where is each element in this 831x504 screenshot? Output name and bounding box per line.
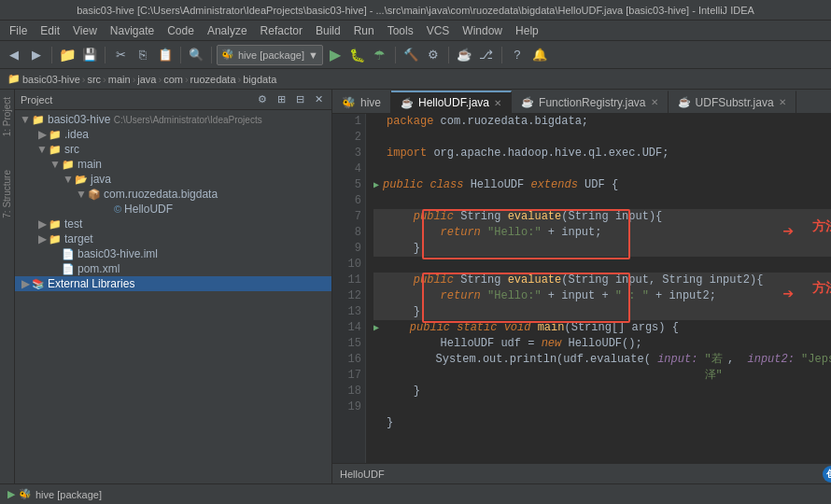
- tab-udfsubstr-label: UDFSubstr.java: [696, 96, 774, 109]
- code-editor[interactable]: 1 2 3 4 5 6 7 8 9 10 11 12 13 14 15 16 1…: [332, 114, 831, 463]
- tab-hive-label: hive: [360, 96, 381, 109]
- run-icon-14: ▶: [373, 320, 379, 336]
- side-tab-project[interactable]: 1: Project: [0, 90, 14, 144]
- tree-item-idea[interactable]: ▶ 📁 .idea: [15, 127, 331, 142]
- menu-vcs[interactable]: VCS: [421, 22, 456, 39]
- java-folder-icon: 📂: [75, 174, 88, 186]
- toolbar-save[interactable]: 💾: [79, 45, 100, 65]
- toolbar-build[interactable]: 🔨: [401, 45, 421, 65]
- sidebar-close-btn[interactable]: ✕: [311, 92, 326, 107]
- toolbar-open[interactable]: 📁: [57, 45, 77, 65]
- menu-run[interactable]: Run: [348, 22, 380, 39]
- toolbar-back[interactable]: ◀: [4, 45, 24, 65]
- tree-arrow-java: ▼: [62, 173, 75, 186]
- bc-sep5: ›: [185, 74, 189, 85]
- debug-button[interactable]: 🐛: [347, 45, 368, 65]
- menu-view[interactable]: View: [67, 22, 103, 39]
- tree-arrow-main: ▼: [49, 158, 62, 171]
- toolbar-sep7: [501, 47, 502, 63]
- bc-main-label: main: [108, 74, 131, 85]
- tree-item-iml[interactable]: ▶ 📄 basic03-hive.iml: [15, 246, 331, 261]
- tab-helloudf-close[interactable]: ✕: [494, 98, 501, 108]
- sidebar-expand-btn[interactable]: ⊞: [274, 92, 289, 107]
- menu-analyze[interactable]: Analyze: [202, 22, 253, 39]
- menu-refactor[interactable]: Refactor: [255, 22, 308, 39]
- toolbar-forward[interactable]: ▶: [26, 45, 47, 65]
- tree-item-java[interactable]: ▼ 📂 java: [15, 172, 331, 187]
- title-text: basic03-hive [C:\Users\Administrator\Ide…: [6, 5, 825, 16]
- run-bar-hive-icon: 🐝: [19, 488, 32, 500]
- tree-item-helloudf[interactable]: ▶ © HelloUDF: [15, 202, 331, 217]
- tab-funcregistry[interactable]: ☕ FunctionRegistry.java ✕: [512, 91, 669, 113]
- code-line-4: [373, 161, 831, 177]
- tree-item-extlibs[interactable]: ▶ 📚 External Libraries: [15, 276, 331, 291]
- toolbar-find-action[interactable]: 🔔: [529, 45, 550, 65]
- code-line-6: [373, 193, 831, 209]
- tree-item-pom[interactable]: ▶ 📄 pom.xml: [15, 261, 331, 276]
- coverage-button[interactable]: ☂: [370, 45, 390, 65]
- tree-item-project[interactable]: ▼ 📁 basic03-hive C:\Users\Administrator\…: [15, 112, 331, 127]
- toolbar-cut[interactable]: ✂: [110, 45, 131, 65]
- java-tab-icon: ☕: [401, 97, 414, 109]
- tree-item-src[interactable]: ▼ 📁 src: [15, 142, 331, 157]
- toolbar-settings[interactable]: ⚙: [423, 45, 444, 65]
- ln-15: 15: [336, 336, 361, 352]
- bc-bigdata[interactable]: bigdata: [243, 74, 276, 85]
- toolbar-sep1: [51, 47, 52, 63]
- menu-tools[interactable]: Tools: [382, 22, 419, 39]
- menu-build[interactable]: Build: [310, 22, 346, 39]
- run-button[interactable]: ▶: [325, 45, 345, 65]
- tree-item-main[interactable]: ▼ 📁 main: [15, 157, 331, 172]
- menu-file[interactable]: File: [4, 22, 33, 39]
- menu-window[interactable]: Window: [457, 22, 508, 39]
- toolbar-copy[interactable]: ⎘: [133, 45, 153, 65]
- tree-item-pkg[interactable]: ▼ 📦 com.ruozedata.bigdata: [15, 187, 331, 202]
- ln-10: 10: [336, 257, 361, 273]
- toolbar-paste[interactable]: 📋: [155, 45, 176, 65]
- class-icon: ©: [114, 203, 121, 215]
- code-content[interactable]: package com.ruozedata.bigdata; import or…: [366, 114, 831, 463]
- bc-project-label: basic03-hive: [22, 74, 80, 85]
- menu-bar: File Edit View Navigate Code Analyze Ref…: [0, 21, 831, 41]
- ln-19: 19: [336, 399, 361, 415]
- sidebar-title: Project: [21, 94, 251, 105]
- tab-funcregistry-close[interactable]: ✕: [651, 97, 658, 107]
- code-line-1: package com.ruozedata.bigdata;: [373, 114, 831, 130]
- toolbar-sdk[interactable]: ☕: [454, 45, 474, 65]
- side-tab-structure[interactable]: 7: Structure: [0, 162, 14, 226]
- combo-arrow: ▼: [308, 49, 318, 61]
- toolbar-sep6: [448, 47, 449, 63]
- bc-com[interactable]: com: [163, 74, 183, 85]
- bc-sep4: ›: [158, 74, 162, 85]
- tab-udfsubstr[interactable]: ☕ UDFSubstr.java ✕: [669, 91, 796, 113]
- ln-12: 12: [336, 288, 361, 304]
- tree-item-test[interactable]: ▶ 📁 test: [15, 217, 331, 231]
- toolbar-sep2: [105, 47, 106, 63]
- bc-java[interactable]: java: [137, 74, 156, 85]
- tree-label-pkg: com.ruozedata.bigdata: [104, 188, 218, 201]
- menu-code[interactable]: Code: [162, 22, 200, 39]
- bc-main[interactable]: main: [108, 74, 131, 85]
- sidebar-header: Project ⚙ ⊞ ⊟ ✕: [15, 90, 331, 110]
- menu-help[interactable]: Help: [510, 22, 544, 39]
- tree-item-target[interactable]: ▶ 📁 target: [15, 231, 331, 246]
- sidebar-collapse-btn[interactable]: ⊟: [292, 92, 307, 107]
- tab-hive[interactable]: 🐝 hive: [332, 91, 391, 113]
- toolbar-search[interactable]: 🔍: [186, 45, 206, 65]
- menu-navigate[interactable]: Navigate: [105, 22, 160, 39]
- run-config-combo[interactable]: 🐝 hive [package] ▼: [217, 45, 323, 65]
- toolbar-vcs[interactable]: ⎇: [476, 45, 497, 65]
- tab-udfsubstr-close[interactable]: ✕: [779, 97, 786, 107]
- menu-edit[interactable]: Edit: [35, 22, 65, 39]
- sidebar-settings-btn[interactable]: ⚙: [255, 92, 270, 107]
- java-tab-icon3: ☕: [678, 96, 691, 108]
- bc-ruozedata[interactable]: ruozedata: [190, 74, 236, 85]
- toolbar-sep5: [395, 47, 396, 63]
- idea-folder-icon: 📁: [49, 129, 62, 141]
- tree-label-project: basic03-hive C:\Users\Administrator\Idea…: [48, 113, 262, 126]
- tab-helloudf[interactable]: ☕ HelloUDF.java ✕: [391, 91, 512, 113]
- xml-icon: 📄: [62, 263, 75, 275]
- bc-project[interactable]: 📁 basic03-hive: [7, 73, 80, 85]
- bc-src[interactable]: src: [87, 74, 101, 85]
- toolbar-help[interactable]: ?: [507, 45, 528, 65]
